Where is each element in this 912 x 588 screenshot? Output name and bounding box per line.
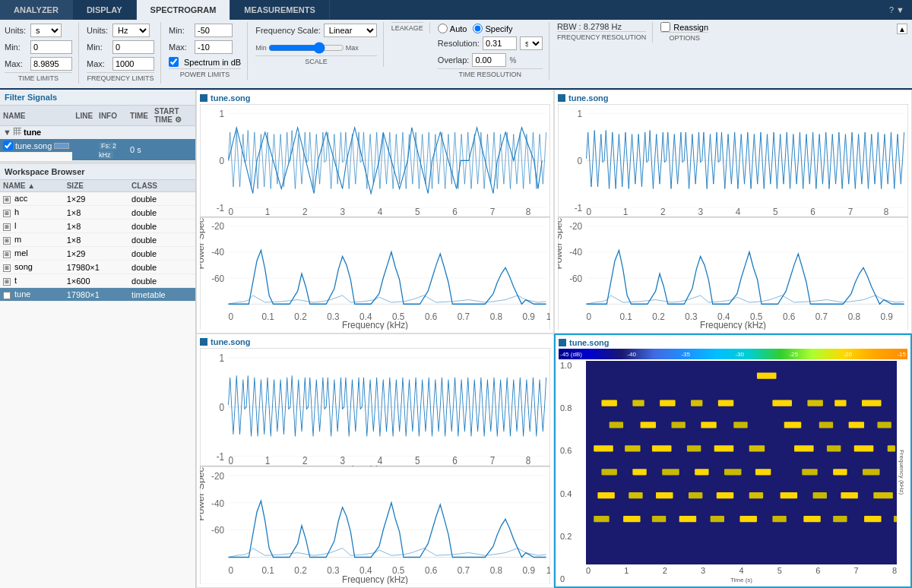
time-resolution-group: Auto Specify Resolution: s Overlap: % TI… (438, 22, 549, 80)
svg-text:0: 0 (229, 311, 234, 321)
ws-item-class: double (128, 247, 195, 261)
freq-max-input[interactable] (112, 57, 154, 71)
chart-top-left[interactable]: tune.song 1 0 -1 0 (196, 90, 554, 334)
svg-rect-119 (718, 400, 733, 406)
ribbon-collapse-button[interactable]: ▲ (897, 24, 907, 34)
spectrum-db-checkbox[interactable] (169, 57, 179, 67)
chart-top-left-inner: 1 0 -1 0 1 2 3 4 5 6 7 8 Time (s) (200, 104, 550, 330)
freq-domain-chart-1: -20 -40 -60 Power Spectrum (dB) 0 0.1 0.… (200, 217, 550, 330)
workspace-table-row[interactable]: ⊞ mel 1×29 double (0, 247, 195, 261)
col-info[interactable]: INFO (96, 106, 127, 126)
power-max-input[interactable] (195, 40, 233, 54)
svg-rect-156 (717, 492, 733, 498)
svg-text:1: 1 (623, 205, 629, 217)
svg-rect-122 (834, 400, 846, 406)
workspace-table-row[interactable]: ⊞ song 17980×1 double (0, 261, 195, 274)
y-label-0.6: 0.6 (560, 446, 584, 455)
colorbar-label-2: -40 (627, 351, 636, 358)
col-start-time[interactable]: START TIME ⚙ (151, 106, 195, 126)
svg-text:5: 5 (773, 205, 778, 217)
ws-item-icon: ⊞ (3, 210, 11, 217)
filter-signals-table: NAME LINE INFO TIME START TIME ⚙ ▼ tune (0, 106, 195, 161)
svg-rect-124 (610, 422, 623, 428)
power-min-input[interactable] (195, 24, 233, 37)
svg-rect-161 (873, 492, 893, 498)
col-time[interactable]: TIME (127, 106, 151, 126)
svg-rect-114 (757, 373, 777, 379)
tune-expand-icon[interactable]: ▼ (3, 128, 11, 137)
workspace-table-row[interactable]: ⊞ h 1×8 double (0, 206, 195, 220)
freq-min-input[interactable] (112, 40, 154, 54)
freq-scale-select[interactable]: LinearLog (324, 24, 377, 37)
time-min-row: Min: (5, 40, 72, 54)
workspace-table-row[interactable]: ⊞ t 1×600 double (0, 274, 195, 288)
svg-text:5: 5 (415, 205, 420, 217)
tune-song-checkbox[interactable] (3, 141, 13, 150)
svg-text:0.6: 0.6 (783, 311, 796, 321)
tab-display[interactable]: DISPLAY (73, 0, 137, 20)
time-units-select[interactable]: smsus (30, 24, 62, 37)
svg-rect-171 (864, 516, 881, 522)
chart-top-right[interactable]: tune.song 1 0 -1 0 1 2 3 (554, 90, 912, 334)
tab-analyzer[interactable]: ANALYZER (0, 0, 73, 20)
svg-text:7: 7 (490, 454, 496, 466)
svg-text:Power Spectrum (dB): Power Spectrum (dB) (200, 217, 206, 270)
resolution-unit-select[interactable]: s (520, 36, 543, 50)
help-button[interactable]: ? ▼ (882, 0, 912, 20)
time-min-input[interactable] (30, 40, 72, 54)
reassign-label[interactable]: Reassign (660, 22, 708, 32)
colorbar-label-6: -20 (843, 351, 852, 358)
time-max-input[interactable] (30, 57, 72, 71)
spectrogram-xaxis: 0 1 2 3 4 5 6 7 8 (586, 564, 897, 577)
chart-bottom-left[interactable]: tune.song 1 0 -1 0 1 2 3 (196, 334, 554, 588)
filter-signals-title[interactable]: Filter Signals (5, 93, 191, 102)
reassign-checkbox[interactable] (660, 22, 670, 32)
workspace-table-row[interactable]: ⊞ l 1×8 double (0, 220, 195, 233)
svg-rect-165 (679, 516, 696, 522)
ws-col-name[interactable]: NAME ▲ (0, 180, 64, 192)
col-name[interactable]: NAME (0, 106, 72, 126)
tune-song-row[interactable]: tune.song Fs: 2 kHz 0 s (0, 139, 195, 161)
options-group: Reassign OPTIONS (660, 22, 714, 43)
overlap-unit-label: % (509, 56, 516, 65)
ws-item-size: 1×8 (64, 206, 128, 220)
tune-song-line (72, 139, 96, 161)
svg-text:-40: -40 (211, 498, 224, 509)
chart-bottom-right-spectrogram[interactable]: tune.song -45 (dB) -40 -35 -30 -25 -20 -… (554, 334, 912, 588)
col-line[interactable]: LINE (72, 106, 96, 126)
svg-rect-155 (689, 492, 702, 498)
workspace-table-row[interactable]: ⊡ tune 17980×1 timetable (0, 288, 195, 302)
workspace-table-row[interactable]: ⊞ acc 1×29 double (0, 192, 195, 206)
ws-item-class: double (128, 261, 195, 274)
tab-measurements[interactable]: MEASUREMENTS (230, 0, 330, 20)
resolution-label: Resolution: (438, 39, 480, 48)
workspace-table-row[interactable]: ⊞ m 1×8 double (0, 233, 195, 247)
ws-col-size[interactable]: SIZE (64, 180, 128, 192)
auto-radio[interactable] (438, 24, 448, 33)
svg-rect-168 (772, 516, 786, 522)
ws-col-class[interactable]: CLASS (128, 180, 195, 192)
ws-item-name: ⊞ mel (0, 247, 64, 261)
time-resolution-title: TIME RESOLUTION (438, 68, 543, 78)
filter-signals-section: Filter Signals (0, 90, 195, 106)
ws-item-class: double (128, 206, 195, 220)
tab-spectrogram[interactable]: SPECTROGRAM (137, 0, 231, 20)
scale-slider[interactable] (268, 42, 344, 54)
tune-row[interactable]: ▼ tune (0, 126, 195, 139)
colorbar-label-4: -30 (735, 351, 744, 358)
specify-radio[interactable] (473, 24, 483, 33)
specify-label: Specify (485, 24, 512, 33)
overlap-input[interactable] (472, 53, 506, 67)
svg-rect-137 (714, 445, 734, 451)
colorbar-label-7: -15 (897, 351, 906, 358)
freq-units-select[interactable]: HzkHzMHz (112, 24, 150, 37)
workspace-browser: Workspace Browser NAME ▲ SIZE CLASS ⊞ ac… (0, 164, 195, 588)
leakage-group: LEAKAGE (391, 22, 430, 33)
svg-text:0.8: 0.8 (490, 311, 503, 321)
resolution-input[interactable] (483, 36, 517, 50)
time-svg-3: 1 0 -1 0 1 2 3 4 5 6 7 8 Time (s) (200, 348, 550, 466)
power-max-label: Max: (169, 43, 192, 52)
y-label-0.0: 0 (560, 574, 584, 583)
chart-top-right-inner: 1 0 -1 0 1 2 3 4 5 6 7 8 Time (s) (558, 104, 908, 330)
svg-text:6: 6 (810, 205, 815, 217)
